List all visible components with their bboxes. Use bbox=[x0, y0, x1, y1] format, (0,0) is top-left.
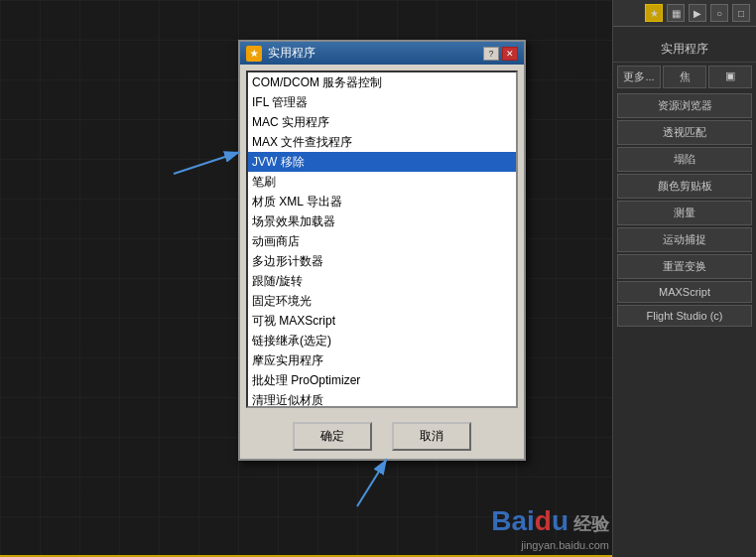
list-item[interactable]: 多边形计数器 bbox=[248, 251, 516, 271]
list-item[interactable]: 动画商店 bbox=[248, 231, 516, 251]
list-item[interactable]: 固定环境光 bbox=[248, 291, 516, 311]
list-item[interactable]: 场景效果加载器 bbox=[248, 211, 516, 231]
help-button[interactable]: ? bbox=[483, 47, 499, 61]
resource-browser-button[interactable]: 资源浏览器 bbox=[617, 93, 752, 118]
dialog-app-icon: ★ bbox=[246, 46, 262, 62]
cancel-button[interactable]: 取消 bbox=[392, 422, 471, 451]
panel-icon-display[interactable]: ▦ bbox=[667, 4, 685, 22]
flight-studio-button[interactable]: Flight Studio (c) bbox=[617, 305, 752, 327]
list-item[interactable]: 清理近似材质 bbox=[248, 390, 516, 406]
baidu-url: jingyan.baidu.com bbox=[521, 539, 609, 551]
dialog-close-button[interactable]: ✕ bbox=[502, 47, 518, 61]
utility-listbox[interactable]: COM/DCOM 服务器控制IFL 管理器MAC 实用程序MAX 文件查找程序J… bbox=[248, 72, 516, 406]
dialog-controls: ? ✕ bbox=[483, 47, 518, 61]
measure-button[interactable]: 测量 bbox=[617, 201, 752, 225]
focus-button[interactable]: 焦 bbox=[663, 66, 706, 88]
right-panel: ★ ▦ ▶ ○ □ 实用程序 更多... 焦 ▣ 资源浏览器 透视匹配 塌陷 颜… bbox=[612, 0, 756, 557]
utility-dialog: ★ 实用程序 ? ✕ COM/DCOM 服务器控制IFL 管理器MAC 实用程序… bbox=[238, 40, 526, 461]
list-item[interactable]: IFL 管理器 bbox=[248, 92, 516, 112]
panel-icon-anim[interactable]: ▶ bbox=[689, 4, 706, 22]
list-item[interactable]: 批处理 ProOptimizer bbox=[248, 370, 516, 390]
panel-icon-star[interactable]: ★ bbox=[645, 4, 663, 22]
list-item[interactable]: COM/DCOM 服务器控制 bbox=[248, 72, 516, 92]
dialog-title-text: 实用程序 bbox=[268, 45, 315, 62]
panel-section-title: 实用程序 bbox=[613, 37, 756, 63]
list-item[interactable]: 摩应实用程序 bbox=[248, 350, 516, 370]
list-item[interactable]: MAC 实用程序 bbox=[248, 112, 516, 132]
perspective-match-button[interactable]: 透视匹配 bbox=[617, 120, 752, 145]
panel-icon-render[interactable]: ○ bbox=[710, 4, 728, 22]
dialog-footer: 确定 取消 bbox=[240, 414, 524, 459]
list-item[interactable]: 材质 XML 导出器 bbox=[248, 192, 516, 211]
panel-icon-extra[interactable]: □ bbox=[732, 4, 750, 22]
list-item[interactable]: 跟随/旋转 bbox=[248, 271, 516, 291]
collapse-button[interactable]: 塌陷 bbox=[617, 147, 752, 172]
dialog-body: COM/DCOM 服务器控制IFL 管理器MAC 实用程序MAX 文件查找程序J… bbox=[240, 65, 524, 414]
more-button[interactable]: 更多... bbox=[617, 66, 661, 88]
list-item[interactable]: 笔刷 bbox=[248, 172, 516, 192]
reset-transform-button[interactable]: 重置变换 bbox=[617, 254, 752, 279]
list-item[interactable]: JVW 移除 bbox=[248, 152, 516, 172]
ok-button[interactable]: 确定 bbox=[293, 422, 372, 451]
dialog-titlebar: ★ 实用程序 ? ✕ bbox=[240, 42, 524, 65]
list-item[interactable]: 可视 MAXScript bbox=[248, 311, 516, 331]
list-item[interactable]: MAX 文件查找程序 bbox=[248, 132, 516, 152]
panel-row-more-focus: 更多... 焦 ▣ bbox=[613, 63, 756, 91]
maxscript-button[interactable]: MAXScript bbox=[617, 281, 752, 303]
listbox-container: COM/DCOM 服务器控制IFL 管理器MAC 实用程序MAX 文件查找程序J… bbox=[246, 70, 518, 408]
motion-capture-button[interactable]: 运动捕捉 bbox=[617, 227, 752, 252]
list-item[interactable]: 链接继承(选定) bbox=[248, 331, 516, 350]
color-clipboard-button[interactable]: 颜色剪贴板 bbox=[617, 174, 752, 199]
panel-top-icons: ★ ▦ ▶ ○ □ bbox=[613, 0, 756, 27]
baidu-watermark: Baidu 经验 bbox=[491, 505, 609, 537]
dialog-title-left: ★ 实用程序 bbox=[246, 45, 315, 62]
panel-icon3[interactable]: ▣ bbox=[708, 66, 752, 88]
